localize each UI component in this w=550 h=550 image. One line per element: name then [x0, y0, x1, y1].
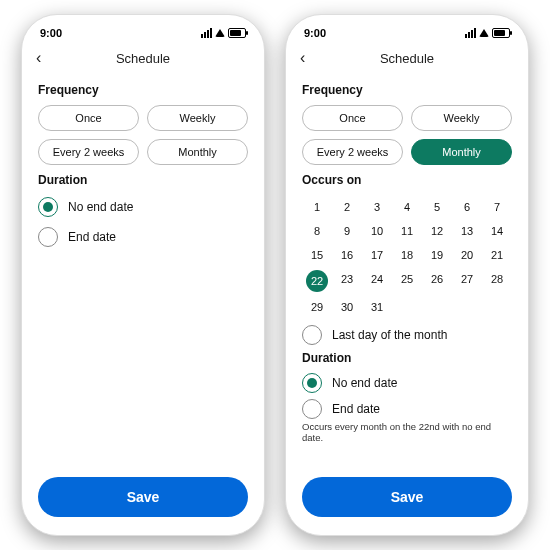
- calendar-day[interactable]: 9: [332, 219, 362, 243]
- calendar-day[interactable]: 31: [362, 295, 392, 319]
- freq-weekly[interactable]: Weekly: [147, 105, 248, 131]
- no-end-label: No end date: [68, 200, 133, 214]
- navbar: ‹ Schedule: [286, 43, 528, 73]
- end-date-label: End date: [68, 230, 116, 244]
- freq-once[interactable]: Once: [302, 105, 403, 131]
- calendar-day[interactable]: 12: [422, 219, 452, 243]
- page-title: Schedule: [116, 51, 170, 66]
- back-icon[interactable]: ‹: [300, 49, 305, 67]
- calendar-day[interactable]: 15: [302, 243, 332, 267]
- frequency-label: Frequency: [38, 83, 248, 97]
- calendar-day[interactable]: 14: [482, 219, 512, 243]
- calendar-day[interactable]: 20: [452, 243, 482, 267]
- radio-end-date[interactable]: [302, 399, 322, 419]
- frequency-label: Frequency: [302, 83, 512, 97]
- radio-no-end[interactable]: [302, 373, 322, 393]
- freq-weekly[interactable]: Weekly: [411, 105, 512, 131]
- radio-last-day[interactable]: [302, 325, 322, 345]
- status-icons: [201, 28, 246, 38]
- save-button[interactable]: Save: [38, 477, 248, 517]
- status-time: 9:00: [40, 27, 62, 39]
- calendar-day[interactable]: 26: [422, 267, 452, 295]
- calendar-day[interactable]: 24: [362, 267, 392, 295]
- freq-every2[interactable]: Every 2 weeks: [38, 139, 139, 165]
- back-icon[interactable]: ‹: [36, 49, 41, 67]
- radio-end-date[interactable]: [38, 227, 58, 247]
- calendar-day[interactable]: 21: [482, 243, 512, 267]
- navbar: ‹ Schedule: [22, 43, 264, 73]
- wifi-icon: [215, 29, 225, 37]
- calendar-day[interactable]: 4: [392, 195, 422, 219]
- calendar-day[interactable]: 30: [332, 295, 362, 319]
- calendar-day[interactable]: 11: [392, 219, 422, 243]
- calendar-day[interactable]: 13: [452, 219, 482, 243]
- freq-once[interactable]: Once: [38, 105, 139, 131]
- footer: Save: [22, 467, 264, 535]
- freq-monthly[interactable]: Monthly: [147, 139, 248, 165]
- calendar-day[interactable]: 3: [362, 195, 392, 219]
- freq-every2[interactable]: Every 2 weeks: [302, 139, 403, 165]
- calendar-day[interactable]: 10: [362, 219, 392, 243]
- radio-no-end[interactable]: [38, 197, 58, 217]
- calendar-day[interactable]: 23: [332, 267, 362, 295]
- calendar-day[interactable]: 16: [332, 243, 362, 267]
- calendar-day[interactable]: 5: [422, 195, 452, 219]
- phone-right: 9:00 ‹ Schedule Frequency Once Weekly Ev…: [285, 14, 529, 536]
- signal-icon: [465, 28, 476, 38]
- status-bar: 9:00: [22, 15, 264, 43]
- calendar-day[interactable]: 28: [482, 267, 512, 295]
- duration-label: Duration: [38, 173, 248, 187]
- calendar-day[interactable]: 2: [332, 195, 362, 219]
- content: Frequency Once Weekly Every 2 weeks Mont…: [22, 73, 264, 467]
- calendar-day[interactable]: 17: [362, 243, 392, 267]
- duration-label: Duration: [302, 351, 512, 365]
- status-bar: 9:00: [286, 15, 528, 43]
- wifi-icon: [479, 29, 489, 37]
- no-end-label: No end date: [332, 376, 397, 390]
- occurs-label: Occurs on: [302, 173, 512, 187]
- freq-monthly[interactable]: Monthly: [411, 139, 512, 165]
- calendar-day[interactable]: 1: [302, 195, 332, 219]
- page-title: Schedule: [380, 51, 434, 66]
- calendar-day[interactable]: 25: [392, 267, 422, 295]
- calendar-day[interactable]: 8: [302, 219, 332, 243]
- calendar-grid: 1234567891011121314151617181920212223242…: [302, 195, 512, 319]
- phone-left: 9:00 ‹ Schedule Frequency Once Weekly Ev…: [21, 14, 265, 536]
- calendar-day[interactable]: 29: [302, 295, 332, 319]
- calendar-day[interactable]: 22: [302, 267, 332, 295]
- save-button[interactable]: Save: [302, 477, 512, 517]
- signal-icon: [201, 28, 212, 38]
- content: Frequency Once Weekly Every 2 weeks Mont…: [286, 73, 528, 467]
- calendar-day[interactable]: 6: [452, 195, 482, 219]
- end-date-label: End date: [332, 402, 380, 416]
- summary-text: Occurs every month on the 22nd with no e…: [302, 421, 512, 443]
- calendar-day[interactable]: 18: [392, 243, 422, 267]
- calendar-day[interactable]: 27: [452, 267, 482, 295]
- battery-icon: [228, 28, 246, 38]
- status-time: 9:00: [304, 27, 326, 39]
- battery-icon: [492, 28, 510, 38]
- footer: Save: [286, 467, 528, 535]
- calendar-day[interactable]: 19: [422, 243, 452, 267]
- last-day-label: Last day of the month: [332, 328, 447, 342]
- calendar-day[interactable]: 7: [482, 195, 512, 219]
- status-icons: [465, 28, 510, 38]
